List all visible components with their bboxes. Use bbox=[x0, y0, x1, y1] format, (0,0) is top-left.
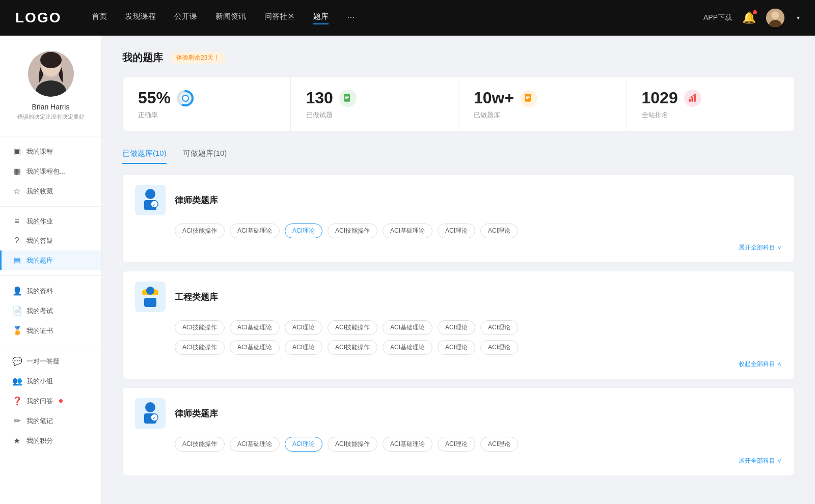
sidebar-item-favorites[interactable]: ☆ 我的收藏 bbox=[0, 181, 101, 201]
bell-button[interactable]: 🔔 bbox=[742, 11, 756, 24]
nav-open-course[interactable]: 公开课 bbox=[174, 12, 197, 24]
nav-questionbank[interactable]: 题库 bbox=[313, 12, 329, 24]
tag-eng-r1-0[interactable]: ACI技能操作 bbox=[175, 320, 225, 335]
notification-dot bbox=[753, 10, 757, 14]
sidebar-divider-2 bbox=[0, 206, 101, 207]
tab-available-banks[interactable]: 可做题库(10) bbox=[183, 144, 227, 163]
svg-point-8 bbox=[40, 52, 62, 68]
tag-lawyer1-3[interactable]: ACI技能操作 bbox=[328, 223, 377, 238]
sidebar-item-my-course[interactable]: ▣ 我的课程 bbox=[0, 142, 101, 161]
tag-lawyer1-0[interactable]: ACI技能操作 bbox=[175, 223, 225, 238]
tag-lawyer2-5[interactable]: ACI理论 bbox=[438, 437, 475, 452]
expand-link-lawyer-1[interactable]: 展开全部科目 ∨ bbox=[135, 243, 782, 252]
tag-eng-r1-1[interactable]: ACI基础理论 bbox=[230, 320, 280, 335]
stat-questions-done: 130 已做试题 bbox=[291, 77, 459, 131]
sidebar-item-points[interactable]: ★ 我的积分 bbox=[0, 431, 101, 451]
user-menu-chevron[interactable]: ▾ bbox=[797, 14, 800, 21]
lawyer-avatar-1: ✓ bbox=[135, 185, 166, 215]
tag-lawyer1-2[interactable]: ACI理论 bbox=[285, 223, 322, 238]
profile-avatar bbox=[28, 51, 74, 97]
profile-label: 我的资料 bbox=[26, 287, 53, 296]
sidebar: Brian Harris 错误的决定比没有决定要好 ▣ 我的课程 ▦ 我的课程包… bbox=[0, 36, 102, 504]
nav-news[interactable]: 新闻资讯 bbox=[215, 12, 246, 24]
tag-eng-r1-3[interactable]: ACI技能操作 bbox=[328, 320, 377, 335]
sidebar-item-notes[interactable]: ✏ 我的笔记 bbox=[0, 411, 101, 431]
page-wrap: Brian Harris 错误的决定比没有决定要好 ▣ 我的课程 ▦ 我的课程包… bbox=[0, 36, 815, 504]
bank-label: 我的题库 bbox=[26, 256, 53, 265]
tag-lawyer1-4[interactable]: ACI基础理论 bbox=[383, 223, 432, 238]
nav-home[interactable]: 首页 bbox=[92, 12, 107, 24]
tag-lawyer2-1[interactable]: ACI基础理论 bbox=[230, 437, 280, 452]
tag-eng-r2-4[interactable]: ACI基础理论 bbox=[383, 340, 432, 355]
sidebar-item-profile[interactable]: 👤 我的资料 bbox=[0, 281, 101, 301]
banks-doc-icon bbox=[520, 90, 537, 107]
questions-doc-icon bbox=[339, 90, 357, 107]
lawyer-avatar-2: ✓ bbox=[135, 398, 166, 429]
tags-engineer-row1: ACI技能操作 ACI基础理论 ACI理论 ACI技能操作 ACI基础理论 AC… bbox=[135, 320, 782, 335]
tag-eng-r2-5[interactable]: ACI理论 bbox=[438, 340, 475, 355]
bank-title-lawyer-1: 律师类题库 bbox=[175, 194, 218, 206]
svg-point-32 bbox=[146, 287, 154, 295]
svg-point-25 bbox=[145, 189, 155, 199]
svg-rect-12 bbox=[344, 94, 350, 101]
engineer-avatar bbox=[135, 282, 166, 312]
stat-accuracy-label: 正确率 bbox=[138, 110, 275, 120]
tag-lawyer2-4[interactable]: ACI基础理论 bbox=[383, 437, 432, 452]
tag-lawyer2-6[interactable]: ACI理论 bbox=[480, 437, 518, 452]
sidebar-item-exam[interactable]: 📄 我的考试 bbox=[0, 301, 101, 321]
expand-link-lawyer-2[interactable]: 展开全部科目 ∨ bbox=[135, 457, 782, 465]
stat-questions-value: 130 bbox=[306, 89, 333, 107]
tag-eng-r2-2[interactable]: ACI理论 bbox=[285, 340, 322, 355]
tag-eng-r2-1[interactable]: ACI基础理论 bbox=[230, 340, 280, 355]
tag-eng-r1-4[interactable]: ACI基础理论 bbox=[383, 320, 432, 335]
tag-lawyer2-0[interactable]: ACI技能操作 bbox=[175, 437, 225, 452]
tag-lawyer2-3[interactable]: ACI技能操作 bbox=[328, 437, 377, 452]
tag-eng-r1-6[interactable]: ACI理论 bbox=[480, 320, 518, 335]
bank-header-lawyer-2: ✓ 律师类题库 bbox=[135, 398, 782, 429]
sidebar-item-group[interactable]: 👥 我的小组 bbox=[0, 371, 101, 391]
nav-more[interactable]: ··· bbox=[347, 12, 355, 24]
accuracy-chart-icon bbox=[177, 90, 194, 107]
sidebar-item-my-qa[interactable]: ❓ 我的问答 bbox=[0, 391, 101, 411]
navbar: LOGO 首页 发现课程 公开课 新闻资讯 问答社区 题库 ··· APP下载 … bbox=[0, 0, 815, 36]
1on1-label: 一对一答疑 bbox=[26, 357, 60, 366]
sidebar-item-question-bank[interactable]: ▤ 我的题库 bbox=[0, 250, 101, 270]
tag-eng-r2-0[interactable]: ACI技能操作 bbox=[175, 340, 225, 355]
stat-banks-done: 10w+ 已做题库 bbox=[458, 77, 627, 131]
nav-qa[interactable]: 问答社区 bbox=[264, 12, 295, 24]
sidebar-item-qa[interactable]: ? 我的答疑 bbox=[0, 231, 101, 250]
app-download[interactable]: APP下载 bbox=[703, 13, 732, 22]
tag-lawyer1-6[interactable]: ACI理论 bbox=[480, 223, 518, 238]
sidebar-item-cert[interactable]: 🏅 我的证书 bbox=[0, 321, 101, 341]
tag-eng-r2-3[interactable]: ACI技能操作 bbox=[328, 340, 377, 355]
sidebar-item-1on1[interactable]: 💬 一对一答疑 bbox=[0, 351, 101, 371]
stat-banks-top: 10w+ bbox=[474, 89, 611, 107]
nav-discover[interactable]: 发现课程 bbox=[125, 12, 156, 24]
bank-card-engineer: 工程类题库 ACI技能操作 ACI基础理论 ACI理论 ACI技能操作 ACI基… bbox=[122, 271, 795, 379]
tab-done-banks[interactable]: 已做题库(10) bbox=[122, 144, 167, 163]
tabs-row: 已做题库(10) 可做题库(10) bbox=[122, 144, 795, 164]
course-label: 我的课程 bbox=[26, 147, 53, 156]
tags-lawyer-2: ACI技能操作 ACI基础理论 ACI理论 ACI技能操作 ACI基础理论 AC… bbox=[135, 437, 782, 452]
bank-title-engineer: 工程类题库 bbox=[175, 291, 218, 303]
stat-accuracy-top: 55% bbox=[138, 89, 275, 107]
page-header: 我的题库 体验剩余23天！ bbox=[122, 51, 795, 65]
user-avatar[interactable] bbox=[766, 9, 784, 27]
sidebar-item-homework[interactable]: ≡ 我的作业 bbox=[0, 212, 101, 231]
nav-right: APP下载 🔔 ▾ bbox=[703, 9, 800, 27]
collapse-link-engineer[interactable]: 收起全部科目 ∧ bbox=[135, 360, 782, 369]
tag-eng-r1-5[interactable]: ACI理论 bbox=[438, 320, 475, 335]
bank-title-lawyer-2: 律师类题库 bbox=[175, 408, 218, 419]
logo: LOGO bbox=[15, 10, 61, 26]
bank-header-lawyer-1: ✓ 律师类题库 bbox=[135, 185, 782, 215]
notes-icon: ✏ bbox=[12, 416, 21, 426]
svg-point-3 bbox=[772, 12, 779, 19]
my-qa-label: 我的问答 bbox=[26, 397, 53, 406]
tag-eng-r1-2[interactable]: ACI理论 bbox=[285, 320, 322, 335]
tag-eng-r2-6[interactable]: ACI理论 bbox=[480, 340, 518, 355]
tag-lawyer1-5[interactable]: ACI理论 bbox=[438, 223, 475, 238]
tag-lawyer2-2[interactable]: ACI理论 bbox=[285, 437, 322, 452]
bank-icon: ▤ bbox=[12, 256, 21, 265]
sidebar-item-course-pack[interactable]: ▦ 我的课程包... bbox=[0, 161, 101, 181]
tag-lawyer1-1[interactable]: ACI基础理论 bbox=[230, 223, 280, 238]
